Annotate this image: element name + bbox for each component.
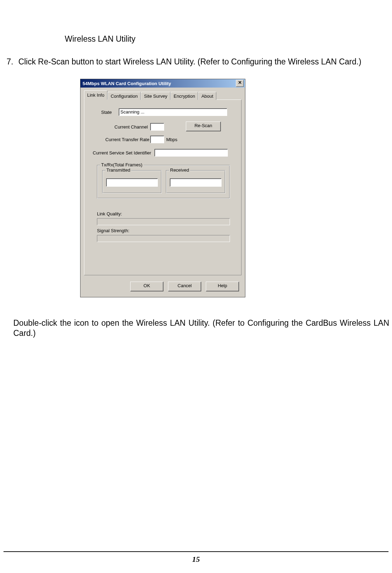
- received-label: Received: [169, 167, 190, 173]
- tab-link-info[interactable]: Link Info: [84, 90, 107, 100]
- page: Wireless LAN Utility 7. Click Re-Scan bu…: [0, 0, 392, 573]
- txrx-groupbox: Tx/Rx(Total Frames) Transmitted Received: [97, 165, 230, 199]
- transmitted-label: Transmitted: [105, 167, 131, 173]
- close-icon: ✕: [238, 80, 242, 85]
- current-channel-field[interactable]: [150, 123, 164, 131]
- transfer-rate-field[interactable]: [150, 136, 164, 143]
- page-number: 15: [0, 555, 392, 564]
- tab-about[interactable]: About: [198, 92, 216, 100]
- footer-rule: [4, 551, 388, 552]
- help-button[interactable]: Help: [206, 282, 239, 291]
- paragraph-double-click: Double-click the icon to open the Wirele…: [13, 318, 389, 338]
- label-current-channel: Current Channel: [114, 124, 148, 130]
- state-field[interactable]: Scanning ...: [119, 108, 227, 116]
- titlebar[interactable]: 54Mbps WLAN Card Configuration Utility ✕: [80, 79, 245, 88]
- tab-panel-link-info: State Scanning ... Current Channel Re-Sc…: [84, 99, 241, 275]
- tab-site-survey[interactable]: Site Survey: [141, 92, 170, 100]
- step-number: 7.: [3, 57, 13, 67]
- close-button[interactable]: ✕: [236, 80, 244, 87]
- wlan-config-dialog: 54Mbps WLAN Card Configuration Utility ✕…: [80, 79, 245, 297]
- tabs: Link Info Configuration Site Survey Encr…: [84, 91, 241, 99]
- ssid-field[interactable]: [154, 149, 228, 157]
- transmitted-field[interactable]: [106, 178, 158, 187]
- rescan-button[interactable]: Re-Scan: [186, 122, 221, 131]
- dialog-button-row: OK Cancel Help: [84, 277, 241, 294]
- label-ssid: Current Service Set Identifier: [93, 150, 151, 156]
- step-7: 7. Click Re-Scan button to start Wireles…: [3, 57, 361, 67]
- heading-utility: Wireless LAN Utility: [65, 34, 135, 44]
- label-mbps: Mbps: [166, 137, 177, 142]
- tab-configuration[interactable]: Configuration: [107, 92, 141, 100]
- signal-strength-bar: [97, 235, 230, 242]
- step-text: Click Re-Scan button to start Wireless L…: [18, 57, 361, 66]
- label-transfer-rate: Current Transfer Rate: [105, 137, 149, 142]
- label-signal-strength: Signal Strength:: [97, 228, 130, 233]
- label-state: State: [101, 110, 112, 115]
- tab-area: Link Info Configuration Site Survey Encr…: [84, 91, 241, 275]
- txrx-group-label: Tx/Rx(Total Frames): [100, 162, 144, 167]
- tab-encryption[interactable]: Encryption: [170, 92, 198, 100]
- link-quality-bar: [97, 218, 230, 225]
- received-group: Received: [166, 170, 225, 193]
- received-field[interactable]: [170, 178, 222, 187]
- transmitted-group: Transmitted: [102, 170, 162, 193]
- cancel-button[interactable]: Cancel: [168, 282, 201, 291]
- title-text: 54Mbps WLAN Card Configuration Utility: [83, 81, 235, 86]
- ok-button[interactable]: OK: [130, 282, 163, 291]
- label-link-quality: Link Quality:: [97, 211, 122, 216]
